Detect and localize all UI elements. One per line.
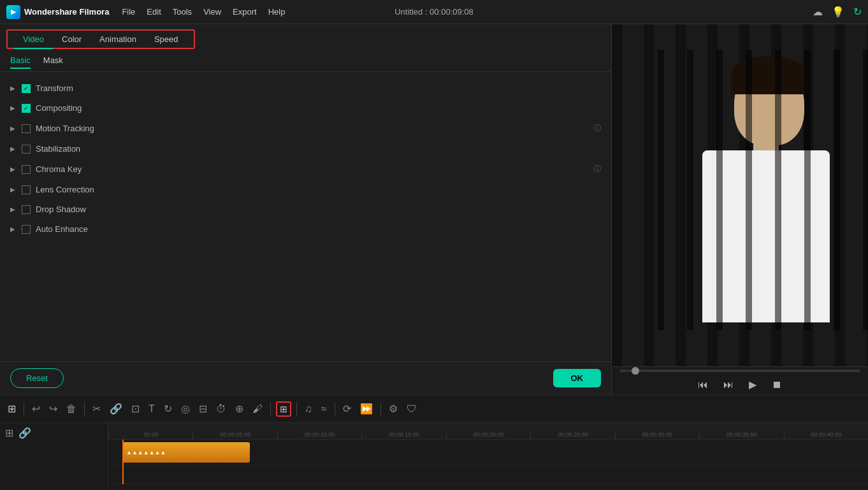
expand-arrow-chroma-key[interactable]: ▶ bbox=[10, 166, 17, 173]
crop-icon[interactable]: ⊡ bbox=[129, 400, 142, 417]
timeline-cursor[interactable] bbox=[122, 440, 124, 484]
stop-button[interactable]: ⏹ bbox=[769, 378, 785, 392]
tab-color[interactable]: Color bbox=[53, 31, 90, 48]
label-drop-shadow: Drop Shadow bbox=[36, 205, 601, 214]
refresh-icon[interactable]: ↻ bbox=[853, 6, 862, 18]
prop-drop-shadow[interactable]: ▶ Drop Shadow bbox=[10, 199, 601, 219]
prop-compositing[interactable]: ▶ Compositing bbox=[10, 98, 601, 118]
expand-arrow-motion-tracking[interactable]: ▶ bbox=[10, 125, 17, 132]
label-transform: Transform bbox=[36, 83, 601, 93]
ruler-mark-3: 00:00:15:00 bbox=[361, 431, 445, 439]
shield-icon[interactable]: 🛡 bbox=[404, 401, 419, 417]
checkbox-stabilization[interactable] bbox=[22, 145, 31, 154]
expand-arrow-auto-enhance[interactable]: ▶ bbox=[10, 226, 17, 233]
expand-arrow-transform[interactable]: ▶ bbox=[10, 85, 17, 92]
step-forward-button[interactable]: ⏭ bbox=[721, 378, 736, 392]
fence-overlay bbox=[658, 50, 868, 330]
toolbar-divider-2 bbox=[84, 403, 85, 415]
checkbox-transform[interactable] bbox=[22, 84, 31, 93]
tab-video[interactable]: Video bbox=[14, 31, 53, 48]
tab-animation[interactable]: Animation bbox=[90, 31, 145, 48]
subtab-mask[interactable]: Mask bbox=[43, 55, 63, 69]
subtab-basic[interactable]: Basic bbox=[10, 55, 31, 69]
menu-help[interactable]: Help bbox=[268, 7, 286, 17]
checkbox-chroma-key[interactable] bbox=[22, 165, 31, 174]
menu-tools[interactable]: Tools bbox=[173, 7, 192, 17]
ruler-mark-7: 00:00:35:00 bbox=[699, 431, 783, 439]
checkbox-lens-correction[interactable] bbox=[22, 185, 31, 194]
ripple-icon[interactable]: ≈ bbox=[319, 401, 329, 417]
bulb-icon[interactable]: 💡 bbox=[832, 6, 844, 18]
rotate-icon[interactable]: ↻ bbox=[161, 400, 175, 417]
timeline-body: ⊞ 🔗 00:00 00:00:05:00 00:00:10:00 00:00:… bbox=[0, 423, 868, 490]
loop-icon[interactable]: ⟳ bbox=[340, 400, 354, 417]
help-chroma-key[interactable]: ⓘ bbox=[593, 164, 601, 175]
forward-icon[interactable]: ⏩ bbox=[358, 400, 375, 417]
ruler-mark-8: 00:00:40:00 bbox=[784, 431, 868, 439]
ruler-mark-5: 00:00:25:00 bbox=[530, 431, 614, 439]
scissors-icon[interactable]: ✂ bbox=[90, 400, 103, 417]
menu-edit[interactable]: Edit bbox=[147, 7, 161, 17]
prop-chroma-key[interactable]: ▶ Chroma Key ⓘ bbox=[10, 159, 601, 180]
pip-icon[interactable]: ⊟ bbox=[196, 400, 210, 417]
menu-view[interactable]: View bbox=[203, 7, 221, 17]
audio-waveform-icon[interactable]: ♫ bbox=[302, 401, 315, 417]
speed-icon[interactable]: ⏱ bbox=[213, 401, 229, 417]
prev-frame-button[interactable]: ⏮ bbox=[695, 378, 711, 392]
settings-icon[interactable]: ⚙ bbox=[386, 400, 400, 417]
timeline-tracks: ▲▲▲▲▲▲▲ bbox=[108, 440, 868, 484]
expand-arrow-compositing[interactable]: ▶ bbox=[10, 104, 17, 112]
checkbox-drop-shadow[interactable] bbox=[22, 205, 31, 214]
redo-icon[interactable]: ↪ bbox=[47, 400, 60, 417]
right-panel: ⏮ ⏭ ▶ ⏹ bbox=[612, 24, 868, 394]
cloud-icon[interactable]: ☁ bbox=[813, 6, 823, 18]
menu-bar: ▶ Wondershare Filmora File Edit Tools Vi… bbox=[0, 0, 868, 24]
prop-auto-enhance[interactable]: ▶ Auto Enhance bbox=[10, 219, 601, 239]
zoom-icon[interactable]: ⊕ bbox=[233, 400, 246, 417]
undo-icon[interactable]: ↩ bbox=[29, 400, 43, 417]
timeline-track-1: ▲▲▲▲▲▲▲ bbox=[108, 440, 868, 465]
play-button[interactable]: ▶ bbox=[746, 377, 759, 392]
label-auto-enhance: Auto Enhance bbox=[36, 224, 601, 234]
checkbox-compositing[interactable] bbox=[22, 104, 31, 113]
prop-transform[interactable]: ▶ Transform bbox=[10, 78, 601, 98]
checkbox-motion-tracking[interactable] bbox=[22, 124, 31, 133]
ruler-mark-2: 00:00:10:00 bbox=[277, 431, 361, 439]
checkbox-auto-enhance[interactable] bbox=[22, 225, 31, 234]
text-icon[interactable]: T bbox=[146, 401, 157, 417]
link-icon[interactable]: 🔗 bbox=[107, 400, 125, 417]
expand-arrow-lens-correction[interactable]: ▶ bbox=[10, 186, 17, 193]
menu-export[interactable]: Export bbox=[233, 7, 257, 17]
reset-button[interactable]: Reset bbox=[10, 368, 64, 388]
add-track-icon[interactable]: ⊞ bbox=[5, 427, 13, 439]
app-logo-icon: ▶ bbox=[6, 5, 20, 19]
prop-lens-correction[interactable]: ▶ Lens Correction bbox=[10, 180, 601, 199]
link-tracks-icon[interactable]: 🔗 bbox=[18, 427, 31, 439]
expand-arrow-stabilization[interactable]: ▶ bbox=[10, 145, 17, 152]
trash-icon[interactable]: 🗑 bbox=[64, 401, 79, 417]
timeline-track-2 bbox=[108, 465, 868, 484]
properties-list: ▶ Transform ▶ Compositing ▶ Motion Track… bbox=[0, 72, 611, 361]
app-name: Wondershare Filmora bbox=[24, 7, 109, 17]
ok-button[interactable]: OK bbox=[553, 369, 602, 387]
toolbar-divider-4 bbox=[296, 403, 297, 415]
grid-icon[interactable]: ⊞ bbox=[5, 400, 18, 417]
paint-icon[interactable]: 🖌 bbox=[250, 401, 265, 417]
preview-seekbar[interactable] bbox=[619, 370, 860, 372]
tab-speed[interactable]: Speed bbox=[145, 31, 187, 48]
prop-stabilization[interactable]: ▶ Stabilization bbox=[10, 139, 601, 159]
seekbar-thumb[interactable] bbox=[632, 367, 639, 375]
track-clip-label-1: ▲▲▲▲▲▲▲ bbox=[126, 449, 166, 456]
mask-icon[interactable]: ◎ bbox=[178, 400, 192, 417]
bottom-buttons: Reset OK bbox=[0, 361, 611, 394]
expand-arrow-drop-shadow[interactable]: ▶ bbox=[10, 206, 17, 213]
menu-file[interactable]: File bbox=[122, 7, 135, 17]
preview-area bbox=[612, 24, 868, 366]
prop-motion-tracking[interactable]: ▶ Motion Tracking ⓘ bbox=[10, 118, 601, 139]
help-motion-tracking[interactable]: ⓘ bbox=[593, 123, 601, 134]
track-clip-1[interactable]: ▲▲▲▲▲▲▲ bbox=[122, 442, 250, 463]
person-area bbox=[658, 50, 868, 330]
preview-progress-bar-row bbox=[612, 366, 868, 375]
timeline-area: ⊞ ↩ ↪ 🗑 ✂ 🔗 ⊡ T ↻ ◎ ⊟ ⏱ ⊕ 🖌 ⊞ ♫ ≈ ⟳ ⏩ ⚙ … bbox=[0, 394, 868, 490]
equalizer-icon[interactable]: ⊞ bbox=[276, 401, 291, 417]
